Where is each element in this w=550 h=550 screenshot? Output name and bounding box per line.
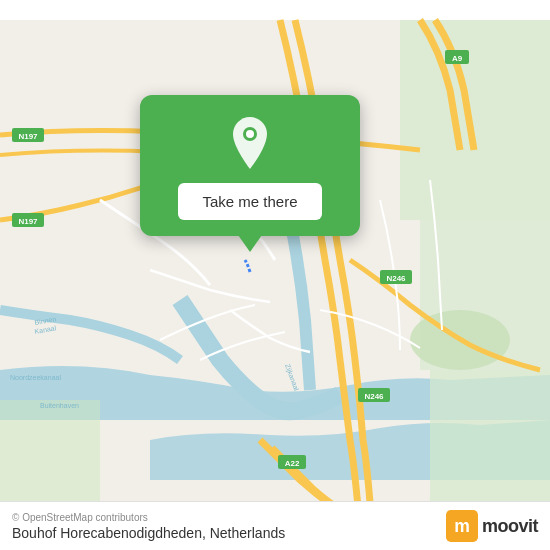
moovit-m-icon: m — [446, 510, 478, 542]
svg-text:A9: A9 — [452, 54, 463, 63]
location-pin-icon — [227, 115, 273, 171]
svg-point-47 — [246, 130, 254, 138]
footer-bar: © OpenStreetMap contributors Bouhof Hore… — [0, 501, 550, 550]
moovit-wordmark: moovit — [482, 516, 538, 537]
svg-text:N197: N197 — [18, 132, 38, 141]
svg-text:A22: A22 — [285, 459, 300, 468]
footer-info: © OpenStreetMap contributors Bouhof Hore… — [12, 512, 285, 541]
place-name: Bouhof Horecabenodigdheden, Netherlands — [12, 525, 285, 541]
location-popup: Take me there — [140, 95, 360, 236]
svg-text:N197: N197 — [18, 217, 38, 226]
svg-text:m: m — [454, 516, 470, 536]
map-container: N197 N197 A22 A9 N246 A22 N246 N197 Binn… — [0, 0, 550, 550]
map-background: N197 N197 A22 A9 N246 A22 N246 N197 Binn… — [0, 0, 550, 550]
map-attribution: © OpenStreetMap contributors — [12, 512, 285, 523]
svg-rect-1 — [400, 20, 550, 220]
svg-text:N246: N246 — [386, 274, 406, 283]
svg-text:Noordzeekanaal: Noordzeekanaal — [10, 374, 61, 381]
moovit-logo: m moovit — [446, 510, 538, 542]
take-me-there-button[interactable]: Take me there — [178, 183, 321, 220]
svg-text:N246: N246 — [364, 392, 384, 401]
svg-text:Buitenhaven: Buitenhaven — [40, 402, 79, 409]
